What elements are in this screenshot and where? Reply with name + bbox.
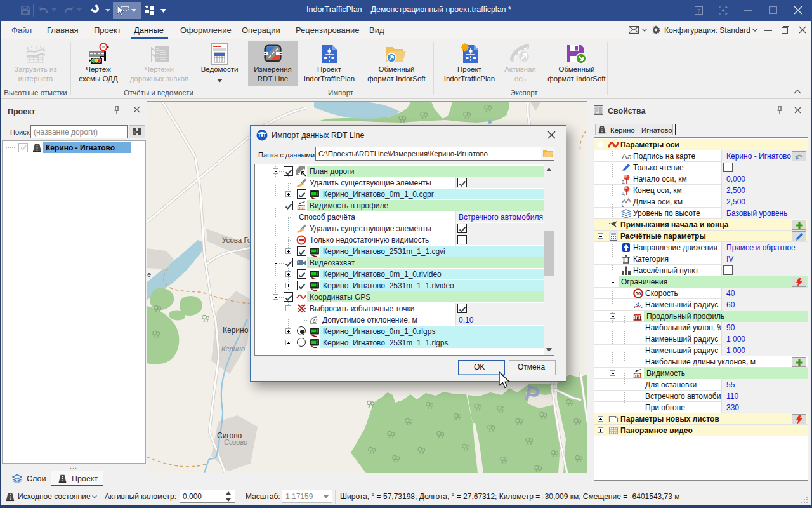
- svg-text:Сигово: Сигово: [224, 438, 247, 446]
- svg-text:Aa: Aa: [622, 152, 631, 161]
- svg-text:?: ?: [697, 8, 700, 14]
- svg-text:Керино: Керино: [221, 345, 245, 352]
- svg-text:Керино: Керино: [223, 326, 249, 335]
- svg-text:е: е: [147, 271, 151, 278]
- svg-text:Усова Го: Усова Го: [222, 236, 251, 244]
